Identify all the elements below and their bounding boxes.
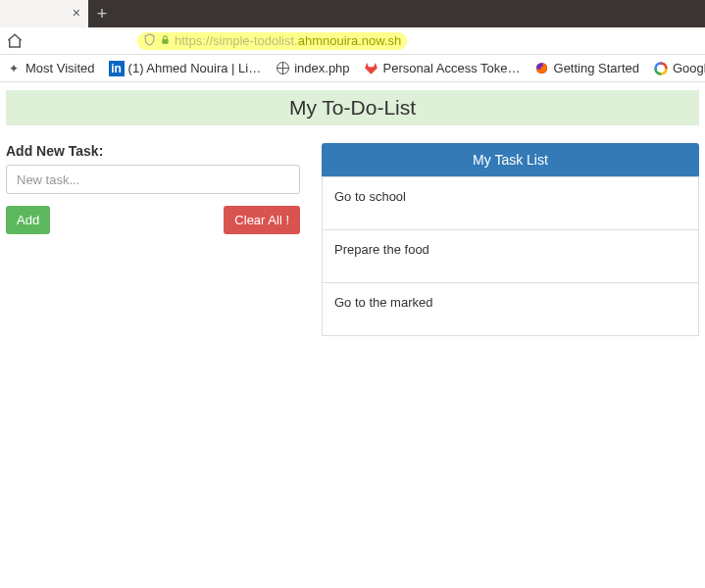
url-bar[interactable]: https://simple-todolist.ahmnouira.now.sh: [137, 32, 407, 50]
bookmark-getting-started[interactable]: Getting Started: [534, 61, 639, 76]
task-panel: My Task List Go to school Prepare the fo…: [322, 143, 699, 336]
bookmark-linkedin[interactable]: in (1) Ahmed Nouira | Li…: [109, 61, 262, 76]
add-task-label: Add New Task:: [6, 143, 300, 159]
add-task-form: Add New Task: Add Clear All !: [6, 143, 300, 234]
home-button[interactable]: [6, 32, 24, 50]
new-tab-button[interactable]: +: [88, 0, 116, 27]
task-item[interactable]: Go to the marked: [322, 283, 699, 336]
task-text: Go to the marked: [334, 295, 432, 310]
gitlab-icon: [364, 61, 379, 76]
bookmark-label: (1) Ahmed Nouira | Li…: [128, 61, 262, 75]
clear-button[interactable]: Clear All !: [224, 206, 300, 234]
firefox-icon: [534, 61, 550, 76]
bookmark-label: Google: [673, 61, 705, 75]
star-icon: ✦: [6, 61, 22, 76]
globe-icon: [275, 61, 290, 76]
google-icon: [653, 61, 669, 76]
lock-icon: [160, 34, 171, 48]
page-title: My To-Do-List: [6, 90, 699, 125]
svg-rect-0: [162, 39, 168, 44]
bookmark-label: Most Visited: [25, 61, 95, 75]
task-panel-header: My Task List: [322, 143, 699, 176]
url-text: https://simple-todolist.ahmnouira.now.sh: [175, 33, 401, 48]
add-button[interactable]: Add: [6, 206, 50, 234]
page-content: My To-Do-List Add New Task: Add Clear Al…: [0, 82, 705, 336]
bookmark-google[interactable]: Google: [653, 61, 705, 76]
task-item[interactable]: Prepare the food: [322, 230, 699, 283]
bookmark-most-visited[interactable]: ✦ Most Visited: [6, 61, 95, 76]
bookmark-label: Getting Started: [554, 61, 639, 75]
tab-strip: × +: [0, 0, 705, 27]
task-text: Prepare the food: [334, 242, 429, 257]
task-text: Go to school: [334, 189, 406, 204]
bookmark-label: index.php: [294, 61, 349, 75]
bookmark-pat[interactable]: Personal Access Toke…: [364, 61, 521, 76]
bookmark-label: Personal Access Toke…: [383, 61, 521, 75]
address-bar: https://simple-todolist.ahmnouira.now.sh: [0, 27, 705, 55]
browser-tab[interactable]: ×: [0, 0, 88, 27]
bookmarks-bar: ✦ Most Visited in (1) Ahmed Nouira | Li……: [0, 55, 705, 82]
shield-icon: [143, 33, 156, 49]
bookmark-index-php[interactable]: index.php: [275, 61, 349, 76]
task-item[interactable]: Go to school: [322, 176, 699, 230]
linkedin-icon: in: [109, 61, 125, 76]
close-tab-icon[interactable]: ×: [73, 6, 80, 20]
new-task-input[interactable]: [6, 165, 300, 194]
